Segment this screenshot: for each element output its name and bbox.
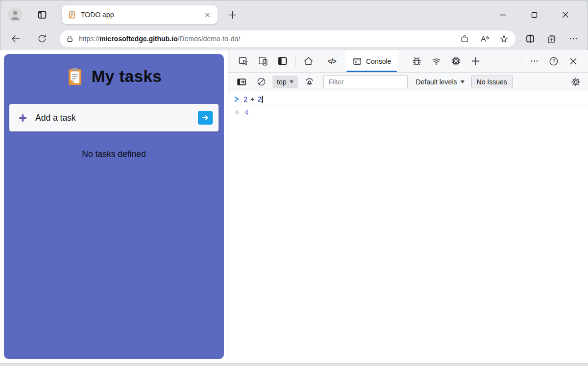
more-tabs-button[interactable] — [466, 52, 485, 71]
more-dots-icon — [530, 56, 539, 66]
split-screen-icon — [525, 33, 536, 44]
inspect-element-button[interactable] — [233, 52, 253, 71]
app-header: My tasks — [66, 67, 162, 86]
app-title: My tasks — [92, 67, 162, 86]
url-text: https://microsoftedge.github.io/Demos/de… — [79, 35, 457, 43]
debugger-button[interactable] — [407, 52, 426, 71]
close-window-button[interactable] — [558, 7, 573, 23]
close-devtools-button[interactable] — [564, 52, 583, 71]
favorites-button[interactable] — [496, 31, 512, 47]
add-task-label: Add a task — [35, 113, 76, 123]
devtools-menu-button[interactable] — [524, 52, 544, 71]
new-tab-button[interactable] — [224, 7, 240, 23]
app-briefcase-button[interactable] — [457, 31, 472, 47]
refresh-icon — [37, 33, 48, 44]
issues-counter-button[interactable]: No Issues — [471, 76, 513, 88]
url-path: /Demos/demo-to-do/ — [177, 35, 240, 43]
lock-icon[interactable] — [66, 34, 74, 43]
browser-tab[interactable]: TODO app — [62, 5, 218, 24]
close-icon — [569, 57, 577, 65]
tab-actions-icon — [37, 9, 48, 20]
console-filter-input[interactable] — [323, 75, 408, 88]
minimize-button[interactable] — [495, 7, 511, 23]
console-result-value: 4 — [245, 108, 248, 116]
address-bar-actions — [457, 31, 512, 47]
cpu-chip-icon — [450, 55, 462, 67]
devtools-elements-tab[interactable]: </> — [322, 52, 342, 71]
maximize-icon — [531, 12, 538, 18]
clipboard-icon — [66, 67, 84, 86]
webpage: My tasks Add a task No tasks defined — [0, 50, 228, 363]
address-toolbar: https://microsoftedge.github.io/Demos/de… — [0, 29, 588, 50]
browser-menu-button[interactable] — [565, 31, 581, 47]
empty-tasks-message: No tasks defined — [82, 149, 146, 159]
add-task-field[interactable]: Add a task — [9, 104, 219, 131]
url-scheme: https:// — [79, 35, 99, 43]
url-host: microsoftedge.github.io — [99, 35, 177, 43]
tab-close-button[interactable] — [202, 9, 213, 20]
console-input-expression: 2+2 — [244, 95, 263, 103]
console-output: 2+2 4 — [228, 91, 588, 363]
gear-icon — [570, 77, 581, 87]
split-screen-button[interactable] — [522, 31, 538, 47]
window-controls — [495, 7, 583, 23]
chevron-down-icon — [461, 80, 465, 83]
log-levels-label: Default levels — [416, 78, 457, 86]
back-button[interactable] — [8, 31, 24, 47]
tab-title: TODO app — [81, 11, 197, 19]
plus-icon — [471, 56, 480, 66]
content-area: My tasks Add a task No tasks defined — [0, 50, 588, 363]
address-bar[interactable]: https://microsoftedge.github.io/Demos/de… — [60, 30, 515, 47]
right-arrow-icon — [201, 113, 210, 122]
bug-icon — [411, 55, 422, 67]
refresh-button[interactable] — [34, 31, 50, 47]
devtools-help-button[interactable]: ? — [544, 52, 564, 71]
read-aloud-button[interactable] — [476, 31, 492, 47]
divider — [521, 55, 521, 68]
console-input-row[interactable]: 2+2 — [228, 93, 588, 106]
devtools-welcome-tab[interactable] — [298, 52, 318, 71]
code-icon: </> — [327, 57, 336, 65]
devtools-console-tab[interactable]: Console — [345, 50, 398, 72]
read-aloud-icon — [479, 34, 490, 44]
browser-window: TODO app — [0, 0, 588, 366]
add-task-submit-button[interactable] — [198, 111, 213, 125]
devtools-tab-bar: </> Console — [228, 50, 588, 73]
performance-button[interactable] — [446, 52, 466, 71]
clipboard-favicon — [68, 10, 76, 19]
devtools-panel: </> Console — [228, 50, 588, 363]
tab-strip: TODO app — [0, 0, 588, 29]
console-terminal-icon — [352, 56, 362, 66]
dock-side-button[interactable] — [272, 52, 292, 71]
console-settings-button[interactable] — [567, 75, 584, 89]
eye-icon — [304, 76, 315, 87]
tab-actions-button[interactable] — [34, 7, 50, 23]
console-tab-label: Console — [366, 57, 391, 65]
help-icon: ? — [548, 56, 559, 67]
todo-app-card: My tasks Add a task No tasks defined — [4, 54, 224, 359]
maximize-button[interactable] — [526, 7, 542, 23]
collections-button[interactable] — [544, 31, 560, 47]
log-levels-selector[interactable]: Default levels — [416, 78, 464, 86]
close-icon — [562, 11, 569, 18]
home-icon — [303, 55, 314, 67]
plus-icon — [228, 11, 237, 19]
network-conditions-button[interactable] — [426, 52, 446, 71]
clear-circle-slash-icon — [256, 77, 267, 87]
window-bottom-frame — [0, 363, 588, 366]
close-icon — [205, 12, 210, 18]
context-label: top — [277, 78, 286, 86]
console-sidebar-button[interactable] — [233, 75, 250, 89]
javascript-context-selector[interactable]: top — [272, 76, 298, 88]
more-dots-icon — [568, 34, 578, 44]
clear-console-button[interactable] — [253, 75, 270, 89]
profile-avatar[interactable] — [8, 7, 23, 22]
wifi-icon — [431, 55, 442, 67]
inspect-cursor-icon — [238, 55, 249, 67]
console-result-row: 4 — [228, 106, 588, 119]
console-sidebar-icon — [236, 77, 247, 87]
device-emulation-icon — [257, 55, 269, 67]
live-expression-button[interactable] — [301, 75, 318, 89]
device-emulation-button[interactable] — [253, 52, 272, 71]
minimize-icon — [500, 12, 506, 18]
